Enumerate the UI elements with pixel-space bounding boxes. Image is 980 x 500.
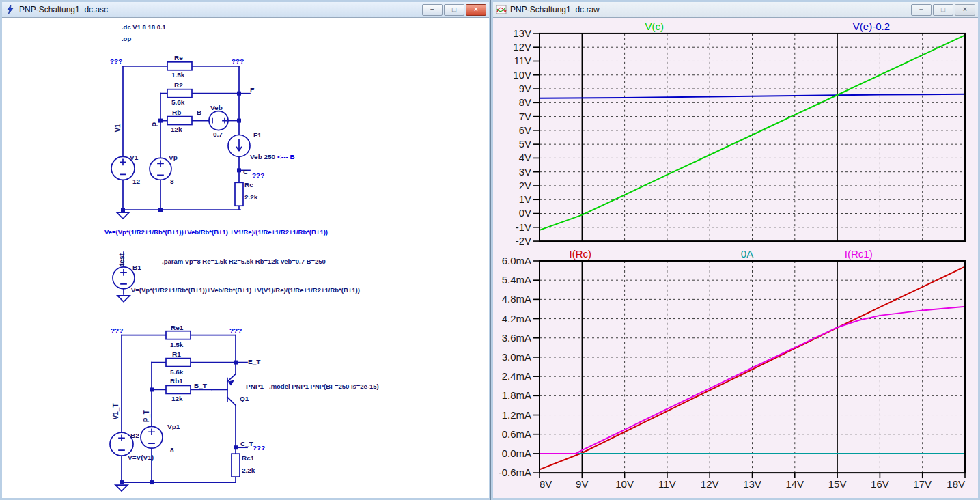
svg-text:12: 12 [132, 178, 141, 185]
svg-text:Vp1: Vp1 [167, 423, 180, 430]
bv-source-B1[interactable]: B1 [113, 264, 141, 289]
resistor-Re[interactable]: Re 1.5k [167, 54, 192, 79]
x-tick-label: 15V [828, 478, 847, 490]
schematic-canvas[interactable]: .dc V1 8 18 0.1 .op [2, 18, 489, 498]
ground-symbol [117, 296, 130, 302]
trace-label-V(e)-0.2[interactable]: V(e)-0.2 [853, 20, 890, 32]
y-tick-label: 7V [519, 111, 531, 122]
svg-text:5.6k: 5.6k [170, 368, 184, 376]
resistor-Rb1[interactable]: Rb1 12k [166, 377, 191, 402]
schematic-titlebar[interactable]: PNP-Schaltung1_dc.asc − □ × [2, 2, 489, 18]
ground-symbol [115, 485, 128, 491]
trace-label-I(Rc1)[interactable]: I(Rc1) [845, 248, 873, 260]
net-label-test[interactable]: test [118, 253, 126, 266]
trace-V(e)-0.2[interactable] [540, 94, 965, 98]
waveform-canvas[interactable]: 13V12V11V10V9V8V7V6V5V4V3V2V1V0V-1V-2VV(… [493, 18, 978, 498]
resistor-Rc[interactable]: Rc 2.2k [235, 181, 258, 206]
schematic-window: PNP-Schaltung1_dc.asc − □ × .dc V1 8 18 … [0, 0, 491, 500]
net-label[interactable]: ??? [232, 57, 244, 65]
net-label-P[interactable]: P [152, 122, 159, 127]
net-label[interactable]: ??? [110, 57, 122, 65]
voltage-source-V1[interactable]: V1 12 [111, 154, 141, 185]
junction-dot [121, 208, 125, 212]
net-label-B[interactable]: B [197, 109, 201, 116]
net-label[interactable]: ??? [253, 444, 265, 452]
y-tick-label: 3V [519, 166, 531, 178]
resistor-R1[interactable]: R1 5.6k [166, 350, 191, 376]
net-label[interactable]: ??? [252, 171, 264, 179]
junction-dot [237, 119, 241, 123]
svg-text:1.5k: 1.5k [171, 71, 185, 79]
svg-text:Rc1: Rc1 [242, 454, 255, 462]
waveform-window-title: PNP-Schaltung1_dc.raw [510, 5, 908, 14]
close-button[interactable]: × [466, 4, 486, 16]
svg-text:Rc: Rc [244, 181, 253, 189]
y-tick-label: 4.8mA [502, 293, 531, 305]
svg-text:PNP1: PNP1 [246, 383, 264, 390]
svg-text:8: 8 [170, 178, 174, 185]
x-tick-label: 12V [701, 478, 719, 490]
param-directive[interactable]: .param Vp=8 Re=1.5k R2=5.6k Rb=12k Veb=0… [162, 258, 326, 265]
resistor-Re1[interactable]: Re1 1.5k [166, 324, 191, 348]
voltage-source-Veb[interactable]: Veb 0.7 [209, 104, 228, 138]
svg-text:Re1: Re1 [171, 324, 184, 331]
resistor-Rb[interactable]: Rb 12k [167, 109, 192, 133]
ve-formula-text[interactable]: Ve=(Vp*(1/R2+1/Rb*(B+1))+Veb/Rb*(B+1) +V… [104, 228, 328, 236]
net-label-PT[interactable]: P_T [143, 410, 150, 422]
svg-text:2.2k: 2.2k [242, 467, 255, 474]
circuit-1: Re 1.5k R2 5.6k Rb 12k [110, 54, 295, 219]
junction-dot [237, 168, 241, 172]
y-tick-label: 2V [519, 180, 531, 191]
net-label-V1[interactable]: V1 [114, 124, 122, 133]
note-arrow-B: <--- B [277, 153, 295, 161]
net-label-C[interactable]: C [243, 168, 248, 176]
net-label-V1T[interactable]: V1_T [112, 404, 120, 420]
svg-text:8: 8 [170, 446, 174, 454]
waveform-window-controls: − □ × [911, 4, 975, 16]
y-tick-label: 5.4mA [502, 274, 531, 286]
trace-label-V(c)[interactable]: V(c) [645, 20, 663, 32]
junction-dot [150, 480, 154, 484]
waveform-titlebar[interactable]: PNP-Schaltung1_dc.raw − □ × [493, 2, 978, 18]
model-directive[interactable]: .model PNP1 PNP(BF=250 Is=2e-15) [269, 383, 379, 390]
pnp-transistor-Q1[interactable]: PNP1 Q1 [212, 363, 264, 406]
resistor-Rc1[interactable]: Rc1 2.2k [232, 454, 255, 477]
x-tick-label: 11V [658, 478, 676, 490]
net-label-CT[interactable]: C_T [240, 440, 253, 447]
net-label-ET[interactable]: E_T [248, 358, 260, 365]
svg-text:Q1: Q1 [240, 395, 249, 402]
x-tick-label: 17V [913, 478, 932, 490]
resistor-R2[interactable]: R2 5.6k [167, 81, 192, 106]
restore-button[interactable]: □ [933, 4, 953, 16]
voltage-source-Vp[interactable]: Vp 8 [150, 154, 178, 185]
net-label-E[interactable]: E [250, 86, 255, 94]
junction-dot [158, 208, 163, 212]
minimize-button[interactable]: − [911, 4, 932, 16]
net-label[interactable]: ??? [111, 327, 123, 334]
voltage-source-Vp1[interactable]: Vp1 8 [141, 423, 180, 454]
y-tick-label: 1.8mA [502, 389, 531, 401]
current-source-F1[interactable]: F1 Veb 250 [228, 132, 276, 161]
dc-directive[interactable]: .dc V1 8 18 0.1 [122, 23, 166, 31]
trace-label-0A[interactable]: 0A [741, 248, 753, 260]
restore-button[interactable]: □ [444, 4, 464, 16]
x-tick-label: 14V [785, 478, 804, 490]
y-tick-label: 1.2mA [502, 409, 531, 421]
op-directive[interactable]: .op [122, 35, 131, 42]
close-button[interactable]: × [955, 4, 975, 16]
circuit-2: B1 test .param Vp=8 Re=1.5k R2=5.6k Rb=1… [113, 252, 360, 302]
trace-label-I(Rc)[interactable]: I(Rc) [570, 248, 591, 260]
y-tick-label: 6V [519, 124, 531, 136]
schematic-window-title: PNP-Schaltung1_dc.asc [19, 5, 419, 14]
minimize-button[interactable]: − [422, 4, 443, 16]
b1-value-formula[interactable]: V=(Vp*(1/R2+1/Rb*(B+1))+Veb/Rb*(B+1) +V(… [131, 286, 360, 294]
y-tick-label: 12V [513, 41, 531, 53]
y-tick-label: -0.6mA [499, 467, 531, 478]
x-tick-label: 13V [743, 478, 761, 490]
junction-dot [150, 387, 154, 391]
net-label[interactable]: ??? [229, 327, 242, 334]
svg-text:V=V(V1): V=V(V1) [128, 454, 154, 461]
svg-text:B2: B2 [130, 432, 139, 439]
net-label-BT[interactable]: B_T [194, 382, 207, 389]
x-tick-label: 18V [947, 478, 965, 490]
